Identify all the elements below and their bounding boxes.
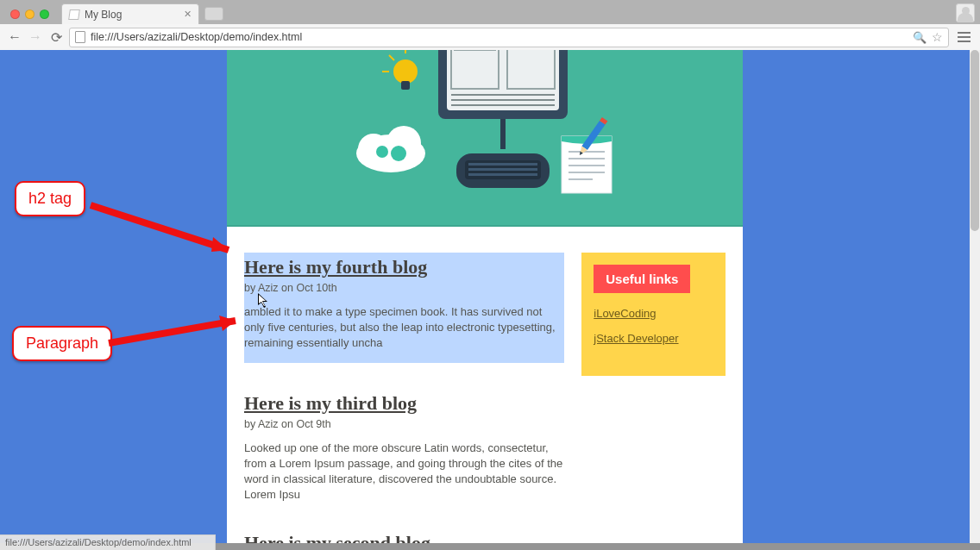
svg-marker-38 (211, 237, 229, 252)
posts-column: Here is my fourth blog by Aziz on Oct 10… (244, 253, 564, 543)
svg-line-37 (91, 205, 229, 250)
browser-chrome: My Blog ✕ ← → ⟳ file:///Users/azizali/De… (0, 0, 980, 50)
favicon-icon (68, 9, 80, 20)
bookmark-icon[interactable]: ☆ (932, 30, 943, 44)
blog-post: Here is my fourth blog by Aziz on Oct 10… (244, 253, 564, 363)
post-meta: by Aziz on Oct 10th (244, 282, 564, 294)
browser-tab[interactable]: My Blog ✕ (61, 3, 199, 24)
scrollbar-track[interactable] (970, 50, 980, 543)
page-viewport: Here is my fourth blog by Aziz on Oct 10… (0, 50, 970, 543)
svg-line-26 (389, 55, 394, 60)
hero-illustration-icon (227, 50, 743, 227)
hamburger-menu-icon[interactable] (954, 32, 973, 42)
maximize-window-icon[interactable] (40, 9, 49, 19)
close-tab-icon[interactable]: ✕ (184, 9, 192, 20)
minimize-window-icon[interactable] (25, 9, 35, 19)
address-bar[interactable]: file:///Users/azizali/Desktop/demo/index… (69, 28, 949, 47)
content-area: Here is my fourth blog by Aziz on Oct 10… (227, 227, 743, 543)
annotation-paragraph: Paragraph (12, 326, 112, 361)
sidebar-link[interactable]: iLoveCoding (594, 307, 713, 320)
page-container: Here is my fourth blog by Aziz on Oct 10… (227, 50, 743, 543)
sidebar: Useful links iLoveCoding jStack Develope… (581, 253, 726, 376)
file-icon (75, 31, 85, 43)
annotation-h2: h2 tag (15, 181, 85, 216)
post-title[interactable]: Here is my second blog (244, 532, 564, 543)
annotation-arrow-icon (102, 310, 257, 362)
window-controls[interactable] (10, 9, 49, 19)
svg-rect-13 (468, 163, 537, 166)
svg-point-22 (393, 59, 418, 84)
svg-rect-15 (468, 173, 537, 176)
profile-avatar-icon[interactable] (956, 3, 975, 22)
svg-rect-1 (447, 50, 559, 110)
reload-button[interactable]: ⟳ (48, 29, 64, 45)
post-excerpt: ambled it to make a type specimen book. … (244, 304, 564, 351)
annotation-arrow-icon (82, 190, 254, 267)
forward-button: → (28, 29, 43, 45)
status-bar: file:///Users/azizali/Desktop/demo/index… (0, 534, 216, 550)
tab-title: My Blog (85, 9, 122, 21)
post-meta: by Aziz on Oct 9th (244, 418, 564, 430)
svg-point-20 (391, 146, 406, 161)
blog-post: Here is my second blog by Aziz on Oct 8t… (244, 532, 564, 543)
new-tab-button[interactable] (204, 7, 223, 21)
sidebar-link[interactable]: jStack Developer (594, 332, 713, 345)
back-button[interactable]: ← (7, 29, 22, 45)
svg-rect-23 (401, 81, 410, 90)
post-title[interactable]: Here is my third blog (244, 392, 564, 415)
search-icon[interactable]: 🔍 (913, 31, 927, 44)
post-title[interactable]: Here is my fourth blog (244, 256, 564, 278)
browser-tabbar: My Blog ✕ (0, 0, 980, 24)
blog-post: Here is my third blog by Aziz on Oct 9th… (244, 392, 564, 503)
hero-banner (227, 50, 743, 227)
post-excerpt: Looked up one of the more obscure Latin … (244, 441, 564, 503)
svg-rect-14 (468, 168, 537, 171)
close-window-icon[interactable] (10, 9, 20, 19)
scrollbar-thumb[interactable] (971, 50, 979, 231)
url-text: file:///Users/azizali/Desktop/demo/index… (91, 31, 302, 43)
svg-line-39 (109, 321, 236, 343)
browser-toolbar: ← → ⟳ file:///Users/azizali/Desktop/demo… (0, 24, 980, 50)
sidebar-title: Useful links (594, 265, 690, 293)
